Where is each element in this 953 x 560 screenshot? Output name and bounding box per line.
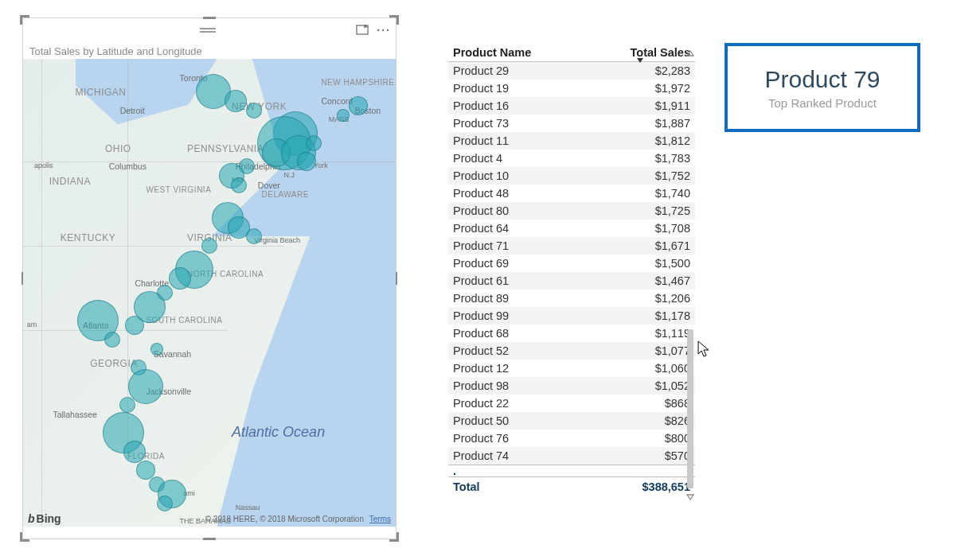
map-bubble[interactable] (150, 343, 163, 356)
map-visual[interactable]: ··· Total Sales by Latitude and Longitud… (22, 18, 396, 539)
terms-link[interactable]: Terms (369, 515, 391, 523)
map-bubble[interactable] (123, 441, 146, 463)
cell-product: Product 52 (448, 342, 586, 360)
scroll-track[interactable] (687, 60, 693, 490)
resize-handle-bl[interactable] (20, 532, 29, 542)
table-row[interactable]: Product 74$570 (448, 447, 695, 465)
cell-product: Product 73 (448, 115, 586, 132)
cell-sales: $1,752 (586, 167, 695, 185)
scroll-down-icon[interactable] (685, 492, 696, 503)
cell-sales: $800 (586, 430, 695, 447)
cell-sales: $1,467 (586, 272, 695, 290)
total-label: Total (448, 477, 586, 497)
table-row[interactable]: Product 11$1,812 (448, 132, 695, 150)
table-row[interactable]: Product 50$826 (448, 412, 695, 430)
cell-product: Product 16 (448, 97, 586, 115)
cell-product: Product 10 (448, 167, 586, 185)
table-row[interactable]: Product 69$1,500 (448, 255, 695, 272)
table-row[interactable]: Product 73$1,887 (448, 115, 695, 132)
map-bubble[interactable] (306, 135, 322, 151)
map-bubble[interactable] (157, 496, 173, 511)
table-row[interactable]: Product 12$1,060 (448, 360, 695, 377)
table-row[interactable]: Product 22$868 (448, 395, 695, 412)
resize-handle-br[interactable] (389, 532, 399, 542)
table-row[interactable]: Product 76$800 (448, 430, 695, 447)
table-row[interactable]: Product 16$1,911 (448, 97, 695, 115)
resize-handle-tr[interactable] (389, 15, 399, 25)
cell-sales: $1,708 (586, 220, 695, 237)
table-row[interactable]: Product 4$1,783 (448, 150, 695, 167)
cell-sales: $1,119 (586, 325, 695, 342)
map-bubble[interactable] (297, 152, 316, 171)
map-bubble[interactable] (246, 103, 262, 119)
map-attribution: © 2018 HERE, © 2018 Microsoft Corporatio… (205, 515, 364, 523)
cell-sales: $1,060 (586, 360, 695, 377)
cell-sales: $2,283 (586, 62, 695, 80)
cell-sales: $826 (586, 412, 695, 430)
table-row[interactable]: Product 98$1,052 (448, 377, 695, 395)
cell-product: Product 50 (448, 412, 586, 430)
map-bubble[interactable] (104, 332, 120, 348)
top-product-card[interactable]: Product 79 Top Ranked Product (725, 43, 920, 132)
cell-sales: $1,206 (586, 290, 695, 307)
table-row[interactable]: Product 61$1,467 (448, 272, 695, 290)
visual-header: ··· (23, 18, 396, 42)
table-row[interactable]: Product 71$1,671 (448, 237, 695, 255)
cell-product: Product 29 (448, 62, 586, 80)
table-row[interactable]: Product 10$1,752 (448, 167, 695, 185)
scroll-up-icon[interactable] (685, 48, 696, 59)
map-bubble[interactable] (169, 267, 191, 290)
map-title: Total Sales by Latitude and Longitude (23, 42, 396, 59)
table-row[interactable]: Product 80$1,725 (448, 202, 695, 220)
cell-sales: $1,812 (586, 132, 695, 150)
cell-sales: $1,740 (586, 185, 695, 202)
cell-sales: $1,972 (586, 80, 695, 97)
cell-sales: $1,783 (586, 150, 695, 167)
cell-product: Product 71 (448, 237, 586, 255)
table-row[interactable]: Product 64$1,708 (448, 220, 695, 237)
cell-product: Product 80 (448, 202, 586, 220)
col-header-sales[interactable]: Total Sales (586, 43, 695, 62)
cell-sales: $1,500 (586, 255, 695, 272)
table-row[interactable]: Product 52$1,077 (448, 342, 695, 360)
table-row[interactable]: Product 99$1,178 (448, 307, 695, 325)
table-row[interactable]: Product 29$2,283 (448, 62, 695, 80)
card-label: Top Ranked Product (768, 96, 877, 110)
map-bubble[interactable] (231, 177, 247, 193)
cell-product: Product 99 (448, 307, 586, 325)
map-canvas[interactable]: MICHIGANOHIOINDIANAWEST VIRGINIAPENNSYLV… (23, 59, 396, 527)
sort-desc-icon (637, 58, 643, 63)
cell-sales: $1,887 (586, 115, 695, 132)
cell-product: Product 61 (448, 272, 586, 290)
cell-sales: $1,911 (586, 97, 695, 115)
map-bubble[interactable] (337, 109, 350, 122)
more-options-icon[interactable]: ··· (377, 24, 391, 37)
cell-product: Product 11 (448, 132, 586, 150)
sales-table: Product Name Total Sales Product 29$2,28… (448, 43, 695, 496)
map-bubble[interactable] (349, 96, 368, 115)
col-header-product[interactable]: Product Name (448, 43, 586, 62)
focus-mode-icon[interactable] (356, 24, 369, 37)
map-bubble[interactable] (225, 90, 247, 112)
total-value: $388,651 (586, 477, 695, 497)
table-row[interactable]: Product 19$1,972 (448, 80, 695, 97)
table-visual[interactable]: Product Name Total Sales Product 29$2,28… (448, 43, 695, 496)
cell-sales: $1,077 (586, 342, 695, 360)
cell-sales: $1,052 (586, 377, 695, 395)
table-row[interactable]: Product 68$1,119 (448, 325, 695, 342)
table-scrollbar[interactable] (685, 48, 696, 505)
mouse-cursor-icon (697, 340, 710, 358)
resize-handle-tl[interactable] (20, 15, 29, 25)
map-bubble[interactable] (125, 316, 144, 335)
resize-handle-top[interactable] (203, 17, 216, 19)
table-row[interactable]: Product 48$1,740 (448, 185, 695, 202)
resize-handle-bottom[interactable] (203, 538, 216, 540)
cell-product: Product 4 (448, 150, 586, 167)
map-bubble[interactable] (246, 228, 262, 244)
map-bubble[interactable] (128, 369, 163, 404)
scroll-thumb[interactable] (687, 329, 693, 488)
table-row[interactable]: Product 89$1,206 (448, 290, 695, 307)
map-bubble[interactable] (119, 397, 135, 413)
drag-handle-icon[interactable] (200, 28, 216, 33)
map-bubble[interactable] (201, 238, 217, 254)
